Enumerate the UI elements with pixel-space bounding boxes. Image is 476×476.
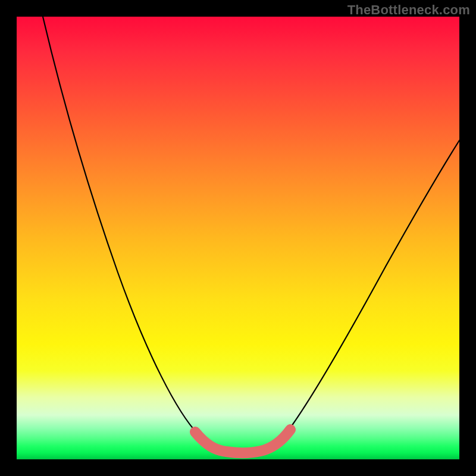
curve-svg bbox=[17, 17, 459, 459]
chart-frame: TheBottleneck.com bbox=[0, 0, 476, 476]
bottleneck-curve bbox=[43, 17, 459, 452]
plot-area bbox=[17, 17, 459, 459]
optimal-band bbox=[195, 430, 290, 453]
watermark-text: TheBottleneck.com bbox=[347, 2, 470, 18]
